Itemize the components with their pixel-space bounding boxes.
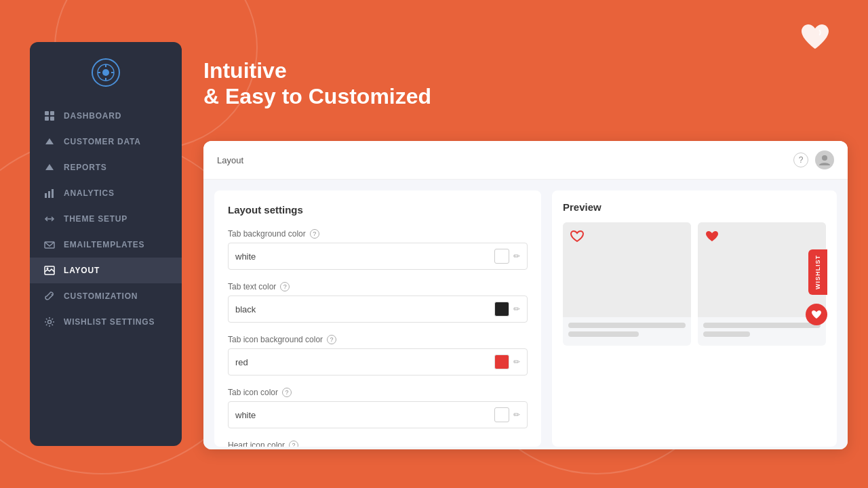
svg-rect-8 bbox=[50, 111, 54, 115]
triangle-down-icon-1 bbox=[43, 136, 56, 148]
sidebar-item-customer-data[interactable]: CUSTOMER DATA bbox=[30, 129, 182, 155]
sidebar-item-analytics[interactable]: ANALYTICS bbox=[30, 180, 182, 206]
main-content-card: Layout ? Layout settings Tab background … bbox=[203, 141, 848, 449]
image-icon bbox=[43, 264, 56, 277]
preview-line-1a bbox=[568, 323, 686, 328]
setting-tab-bg-color: Tab background color ? white ✏ bbox=[228, 229, 528, 270]
help-icon-tab-icon[interactable]: ? bbox=[282, 388, 292, 397]
setting-label-tab-bg: Tab background color ? bbox=[228, 229, 528, 239]
grid-icon bbox=[43, 110, 56, 122]
sidebar-label-customer-data: CUSTOMER DATA bbox=[64, 137, 141, 146]
svg-point-24 bbox=[822, 155, 827, 161]
sidebar-label-theme-setup: THEME SETUP bbox=[64, 214, 127, 224]
heading-line2: & Easy to Customized bbox=[203, 84, 431, 108]
help-icon-tab-icon-bg[interactable]: ? bbox=[327, 335, 336, 344]
triangle-down-icon-2 bbox=[43, 161, 56, 174]
wishlist-tab[interactable]: WISHLIST bbox=[808, 249, 827, 295]
sidebar-label-dashboard: DASHBOARD bbox=[64, 111, 121, 121]
setting-tab-text-color: Tab text color ? black ✏ bbox=[228, 282, 528, 323]
main-heading: Intuitive & Easy to Customized bbox=[203, 58, 431, 110]
help-icon-heart-icon[interactable]: ? bbox=[289, 441, 298, 447]
setting-input-tab-icon-bg: red ✏ bbox=[228, 348, 528, 375]
setting-controls-tab-text: ✏ bbox=[494, 302, 520, 317]
svg-rect-10 bbox=[50, 117, 54, 121]
preview-panel-title: Preview bbox=[563, 201, 826, 213]
setting-value-tab-icon: white bbox=[235, 410, 494, 420]
sidebar-label-reports: REPORTS bbox=[64, 163, 107, 172]
edit-icon-tab-icon-bg[interactable]: ✏ bbox=[513, 357, 520, 367]
sidebar-label-customization: CUSTOMIZATION bbox=[64, 291, 138, 301]
setting-input-tab-text: black ✏ bbox=[228, 296, 528, 323]
wishlist-floating-button[interactable] bbox=[806, 304, 827, 325]
mail-icon bbox=[43, 239, 56, 251]
edit-icon-tab-bg[interactable]: ✏ bbox=[513, 251, 520, 261]
sidebar-item-layout[interactable]: LAYOUT bbox=[30, 258, 182, 283]
svg-rect-16 bbox=[48, 191, 50, 198]
wishlist-tab-label: WISHLIST bbox=[814, 255, 821, 289]
preview-line-1b bbox=[568, 331, 639, 337]
sidebar-label-layout: LAYOUT bbox=[64, 266, 100, 275]
setting-value-tab-bg: white bbox=[235, 251, 494, 262]
help-button[interactable]: ? bbox=[793, 152, 808, 167]
setting-tab-icon-bg-color: Tab icon background color ? red ✏ bbox=[228, 335, 528, 375]
sidebar-item-email-templates[interactable]: EMAILTEMPLATES bbox=[30, 232, 182, 258]
user-avatar[interactable] bbox=[815, 150, 834, 169]
preview-card-img-2 bbox=[698, 222, 826, 317]
setting-controls-tab-icon-bg: ✏ bbox=[494, 354, 520, 369]
setting-input-tab-icon: white ✏ bbox=[228, 401, 528, 428]
preview-line-2a bbox=[703, 323, 821, 328]
setting-tab-icon-color: Tab icon color ? white ✏ bbox=[228, 388, 528, 428]
wrench-icon bbox=[43, 290, 56, 302]
card-header-actions: ? bbox=[793, 150, 834, 169]
setting-label-tab-icon: Tab icon color ? bbox=[228, 388, 528, 397]
preview-heart-outline-1 bbox=[570, 229, 585, 244]
setting-heart-icon-color: Heart icon color ? red ✏ bbox=[228, 441, 528, 447]
setting-controls-tab-bg: ✏ bbox=[494, 249, 520, 264]
svg-rect-7 bbox=[45, 111, 49, 115]
preview-panel: Preview bbox=[552, 190, 837, 447]
edit-icon-tab-text[interactable]: ✏ bbox=[513, 304, 520, 314]
card-header: Layout ? bbox=[203, 141, 848, 180]
setting-label-tab-text: Tab text color ? bbox=[228, 282, 528, 291]
setting-value-tab-icon-bg: red bbox=[235, 357, 494, 367]
sidebar-logo bbox=[89, 56, 123, 89]
sidebar-label-email-templates: EMAILTEMPLATES bbox=[64, 240, 144, 249]
preview-card-2 bbox=[698, 222, 826, 346]
sidebar-item-dashboard[interactable]: DASHBOARD bbox=[30, 103, 182, 129]
settings-panel: Layout settings Tab background color ? w… bbox=[214, 190, 541, 447]
top-logo bbox=[796, 20, 834, 57]
sidebar-label-analytics: ANALYTICS bbox=[64, 188, 115, 198]
preview-card-img-1 bbox=[563, 222, 691, 317]
sidebar-item-wishlist-settings[interactable]: WISHLIST SETTINGS bbox=[30, 309, 182, 335]
preview-card-lines-2 bbox=[698, 317, 826, 346]
setting-label-heart-icon: Heart icon color ? bbox=[228, 441, 528, 447]
color-swatch-tab-text[interactable] bbox=[494, 302, 509, 317]
preview-line-2b bbox=[703, 331, 750, 337]
arrows-icon bbox=[43, 213, 56, 225]
wishlist-tab-bg: WISHLIST bbox=[808, 249, 827, 295]
help-icon-tab-bg[interactable]: ? bbox=[310, 229, 319, 239]
gear-icon bbox=[43, 316, 56, 328]
preview-card-1 bbox=[563, 222, 691, 346]
svg-rect-15 bbox=[45, 193, 47, 198]
sidebar: DASHBOARD CUSTOMER DATA REPORTS bbox=[30, 42, 182, 446]
color-swatch-tab-icon-bg[interactable] bbox=[494, 354, 509, 369]
sidebar-item-reports[interactable]: REPORTS bbox=[30, 155, 182, 180]
preview-card-lines-1 bbox=[563, 317, 691, 346]
color-swatch-tab-bg[interactable] bbox=[494, 249, 509, 264]
setting-input-tab-bg: white ✏ bbox=[228, 243, 528, 270]
color-swatch-tab-icon[interactable] bbox=[494, 407, 509, 422]
help-icon-tab-text[interactable]: ? bbox=[280, 282, 290, 291]
card-body: Layout settings Tab background color ? w… bbox=[203, 180, 848, 449]
sidebar-item-theme-setup[interactable]: THEME SETUP bbox=[30, 206, 182, 232]
svg-rect-17 bbox=[52, 189, 54, 198]
sidebar-item-customization[interactable]: CUSTOMIZATION bbox=[30, 283, 182, 309]
sidebar-nav: DASHBOARD CUSTOMER DATA REPORTS bbox=[30, 103, 182, 432]
heading-line1: Intuitive bbox=[203, 58, 287, 83]
preview-content: WISHLIST bbox=[563, 222, 826, 346]
sidebar-label-wishlist-settings: WISHLIST SETTINGS bbox=[64, 317, 155, 327]
card-header-title: Layout bbox=[217, 155, 243, 165]
edit-icon-tab-icon[interactable]: ✏ bbox=[513, 410, 520, 420]
setting-label-tab-icon-bg: Tab icon background color ? bbox=[228, 335, 528, 344]
svg-point-21 bbox=[47, 268, 49, 270]
